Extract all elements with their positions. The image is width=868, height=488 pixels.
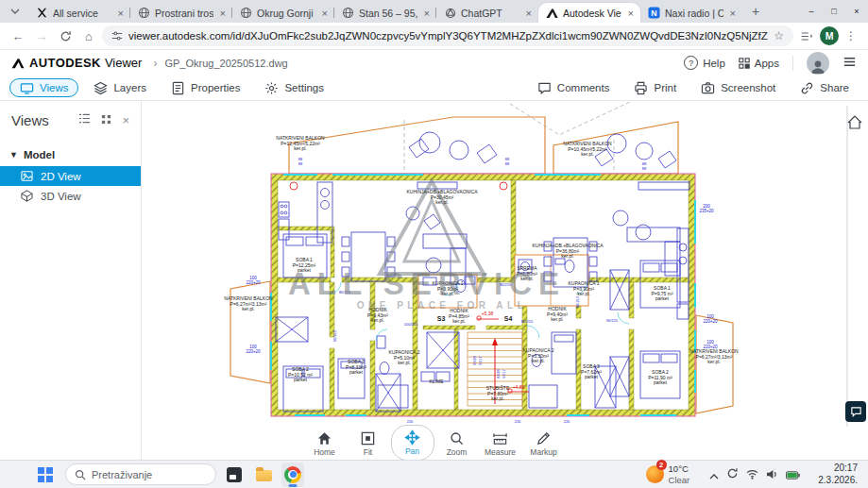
toolbar-comments-button[interactable]: Comments	[528, 78, 620, 98]
tab-close-icon[interactable]: ×	[422, 8, 432, 19]
drawing-canvas[interactable]: NATKRIVENI BALKONP=12,45m²/5,22m²ker.pl.…	[142, 101, 868, 460]
plan-label: 8X28	[472, 356, 477, 365]
view-3d-icon	[21, 190, 33, 202]
tab-title: Stan 56 – 95,39 m²,	[359, 8, 417, 19]
feedback-button[interactable]	[845, 401, 866, 422]
reload-button[interactable]	[55, 25, 76, 46]
taskbar-search[interactable]: Pretraživanje	[65, 463, 216, 485]
plan-label: 8888	[642, 161, 647, 171]
close-panel-icon[interactable]: ×	[122, 113, 129, 127]
tray-overflow-button[interactable]	[709, 466, 719, 483]
viewcube-home-icon[interactable]	[848, 116, 861, 128]
toolbar-properties-button[interactable]: Properties	[162, 78, 249, 98]
maximize-button[interactable]: □	[823, 0, 845, 23]
home-button[interactable]: ⌂	[78, 25, 99, 46]
plan-label: 100220+20	[246, 276, 261, 285]
tab-close-icon[interactable]: ×	[320, 8, 330, 19]
back-button[interactable]: ←	[8, 25, 28, 46]
fit-icon	[360, 430, 376, 446]
toolbar-settings-button[interactable]: Settings	[255, 78, 333, 98]
close-button[interactable]: ×	[845, 0, 868, 23]
viewer-zoom-button[interactable]: Zoom	[436, 430, 478, 457]
taskbar-weather[interactable]: 2 10°C Clear	[646, 463, 690, 485]
wifi-icon[interactable]	[746, 466, 758, 483]
help-icon: ?	[684, 56, 698, 70]
plan-label: 90/215	[606, 318, 619, 323]
battery-icon[interactable]	[786, 466, 800, 483]
toolbar-views-button[interactable]: Views	[9, 78, 78, 97]
panel-title: Views	[11, 112, 68, 128]
plan-label: 220	[564, 419, 570, 424]
plan-label: STUBIŠTEP=7,80m²ker.pl.	[486, 385, 510, 401]
tab-close-icon[interactable]: ×	[218, 8, 228, 19]
forward-button[interactable]: →	[31, 25, 52, 46]
speaker-icon[interactable]	[766, 466, 778, 483]
taskbar-file-explorer[interactable]	[252, 463, 275, 487]
plan-label: 9X17	[502, 369, 506, 379]
taskbar-chrome[interactable]	[281, 463, 304, 487]
help-button[interactable]: ? Help	[684, 56, 725, 70]
sidebar-item-3d-view[interactable]: 3D View	[0, 186, 141, 206]
start-button[interactable]	[38, 467, 53, 482]
window-controls: – □ ×	[800, 0, 868, 23]
user-avatar[interactable]	[807, 52, 829, 75]
properties-icon	[171, 81, 185, 95]
bookmark-star-icon[interactable]: ☆	[774, 29, 784, 42]
browser-tab[interactable]: Okrug Gornji – trosc×	[232, 3, 334, 23]
browser-profile-avatar[interactable]: M	[820, 26, 839, 45]
model-tree-root[interactable]: ▼ Model	[0, 138, 141, 166]
taskbar-clock[interactable]: 20:17 2.3.2026.	[818, 463, 858, 486]
tab-close-icon[interactable]: ×	[116, 8, 126, 19]
apps-button[interactable]: Apps	[739, 58, 779, 69]
toolbar-print-button[interactable]: Print	[624, 78, 686, 98]
tab-title: All service	[53, 8, 111, 19]
tab-search-button[interactable]	[6, 2, 25, 21]
toolbar-screenshot-button[interactable]: Screenshot	[691, 78, 785, 98]
plan-label: 220	[407, 419, 414, 424]
system-tray	[709, 466, 800, 483]
viewer-pan-button[interactable]: Pan	[391, 425, 434, 461]
brand-name: AUTODESK	[29, 56, 101, 70]
site-settings-icon[interactable]	[111, 30, 123, 42]
sidebar-item-2d-view[interactable]: 2D View	[0, 166, 141, 186]
browser-tab[interactable]: All service×	[28, 3, 130, 23]
plan-label: 200235+20	[699, 204, 714, 213]
globe-icon	[342, 7, 354, 19]
taskbar-app-dark[interactable]	[223, 463, 246, 487]
search-icon	[75, 469, 86, 480]
toolbar-share-button[interactable]: Share	[791, 78, 859, 98]
reading-list-button[interactable]	[796, 25, 817, 46]
browser-tab[interactable]: Prostrani trosoban s×	[130, 3, 232, 23]
menu-button[interactable]	[842, 55, 857, 71]
tab-close-icon[interactable]: ×	[728, 8, 738, 19]
browser-menu-button[interactable]: ⋮	[842, 29, 860, 42]
viewer-fit-button[interactable]: Fit	[348, 430, 389, 457]
toolbar-layers-button[interactable]: Layers	[84, 78, 156, 98]
url-text: viewer.autodesk.com/id/dXJuOmFkc2sub2JqZ…	[128, 30, 768, 42]
tab-close-icon[interactable]: ×	[626, 8, 636, 19]
browser-tab[interactable]: NNaxi radio | Opusti s×	[640, 3, 742, 23]
views-icon	[20, 81, 34, 95]
plan-label: 8888	[505, 157, 510, 166]
list-view-icon[interactable]	[78, 111, 91, 128]
sync-tray-icon[interactable]	[726, 466, 739, 483]
minimize-button[interactable]: –	[800, 0, 823, 23]
viewer-measure-button[interactable]: Measure	[480, 430, 521, 457]
url-bar[interactable]: viewer.autodesk.com/id/dXJuOmFkc2sub2JqZ…	[102, 25, 793, 46]
plan-label: 220	[515, 419, 521, 424]
browser-tab[interactable]: ChatGPT×	[436, 3, 538, 23]
plan-label: 80/215	[521, 319, 534, 324]
viewer-markup-button[interactable]: Markup	[523, 430, 565, 457]
tab-close-icon[interactable]: ×	[524, 8, 534, 19]
new-tab-button[interactable]: +	[746, 2, 765, 21]
x-logo-icon	[36, 7, 48, 19]
comments-icon	[537, 81, 552, 95]
viewer-home-button[interactable]: Home	[304, 430, 346, 457]
grid-view-icon[interactable]	[101, 111, 111, 128]
markup-icon	[536, 430, 552, 446]
tab-title: Prostrani trosoban s	[155, 8, 213, 19]
browser-tab[interactable]: Stan 56 – 95,39 m²,×	[334, 3, 436, 23]
autodesk-logo	[11, 58, 25, 69]
browser-tab[interactable]: Autodesk Viewer | Fr×	[538, 3, 640, 23]
plan-label: SOBA 3P=8,33m²parket	[346, 359, 366, 375]
